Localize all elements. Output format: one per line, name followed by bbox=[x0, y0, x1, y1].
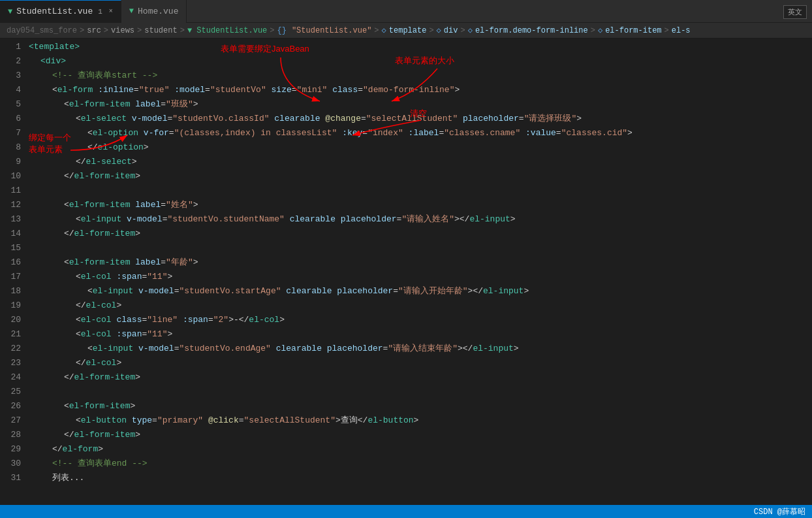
line-number-3: 3 bbox=[0, 69, 21, 83]
code-line-27: <el-button type="primary" @click="select… bbox=[29, 413, 812, 428]
line-number-17: 17 bbox=[0, 270, 21, 284]
bc-elform: el-form.demo-form-inline bbox=[475, 26, 588, 35]
code-line-7: <el-option v-for="(classes,index) in cla… bbox=[29, 126, 812, 140]
code-line-16: <el-form-item label="年龄"> bbox=[29, 255, 812, 270]
code-line-15 bbox=[29, 241, 812, 255]
bc-views: views bbox=[111, 26, 134, 35]
code-line-20: <el-col class="line" :span="2">-</el-col… bbox=[29, 313, 812, 327]
line-number-2: 2 bbox=[0, 54, 21, 69]
code-line-4: <el-form :inline="true" :model="studentV… bbox=[29, 83, 812, 97]
line-number-24: 24 bbox=[0, 370, 21, 385]
line-number-20: 20 bbox=[0, 313, 21, 327]
line-number-11: 11 bbox=[0, 184, 21, 198]
code-line-30: <!-- 查询表单end --> bbox=[29, 457, 812, 471]
code-line-5: <el-form-item label="班级"> bbox=[29, 97, 812, 112]
code-line-21: <el-col :span="11"> bbox=[29, 327, 812, 342]
bc-div: div bbox=[444, 26, 458, 35]
line-number-13: 13 bbox=[0, 212, 21, 227]
code-line-25 bbox=[29, 385, 812, 399]
code-line-18: <el-input v-model="studentVo.startAge" c… bbox=[29, 284, 812, 299]
bc-file: ▼ StudentList.vue bbox=[187, 26, 267, 35]
bc-template: template bbox=[389, 26, 427, 35]
line-number-25: 25 bbox=[0, 385, 21, 399]
code-line-2: <div> bbox=[29, 54, 812, 69]
code-line-11 bbox=[29, 184, 812, 198]
line-number-4: 4 bbox=[0, 83, 21, 97]
code-line-31: 列表... bbox=[29, 471, 812, 485]
bc-student: student bbox=[144, 26, 177, 35]
vue-icon-2: ▼ bbox=[129, 7, 134, 16]
line-number-22: 22 bbox=[0, 342, 21, 356]
tab-badge-1: 1 bbox=[98, 8, 102, 16]
line-number-12: 12 bbox=[0, 198, 21, 212]
code-line-14: </el-form-item> bbox=[29, 227, 812, 241]
code-line-3: <!-- 查询表单start --> bbox=[29, 69, 812, 83]
bc-elform-icon: ◇ bbox=[468, 25, 473, 35]
csdn-watermark: CSDN @薛慕昭 bbox=[754, 506, 805, 517]
bc-quoted: "StudentList.vue" bbox=[292, 26, 371, 35]
line-number-9: 9 bbox=[0, 155, 21, 169]
bc-braces: {} bbox=[277, 26, 287, 35]
code-line-9: </el-select> bbox=[29, 155, 812, 169]
bc-day054: day054_sms_fore bbox=[7, 26, 77, 35]
code-line-26: <el-form-item> bbox=[29, 399, 812, 413]
bc-elformitem: el-form-item bbox=[605, 26, 661, 35]
line-numbers: 1234567891011121314151617181920212223242… bbox=[0, 39, 26, 505]
tab-close-1[interactable]: × bbox=[109, 8, 113, 15]
line-number-23: 23 bbox=[0, 356, 21, 370]
line-number-19: 19 bbox=[0, 299, 21, 313]
line-number-7: 7 bbox=[0, 126, 21, 140]
line-number-26: 26 bbox=[0, 399, 21, 413]
line-number-8: 8 bbox=[0, 140, 21, 155]
code-line-24: </el-form-item> bbox=[29, 370, 812, 385]
code-line-28: </el-form-item> bbox=[29, 428, 812, 442]
line-number-6: 6 bbox=[0, 112, 21, 126]
line-number-29: 29 bbox=[0, 442, 21, 457]
code-line-12: <el-form-item label="姓名"> bbox=[29, 198, 812, 212]
code-line-17: <el-col :span="11"> bbox=[29, 270, 812, 284]
code-line-6: <el-select v-model="studentVo.classId" c… bbox=[29, 112, 812, 126]
tab-label-2: Home.vue bbox=[138, 7, 178, 16]
tab-bar: ▼ StudentList.vue 1 × ▼ Home.vue bbox=[0, 0, 812, 23]
line-number-27: 27 bbox=[0, 413, 21, 428]
editor: 1234567891011121314151617181920212223242… bbox=[0, 39, 812, 505]
code-line-8: </el-option> bbox=[29, 140, 812, 155]
line-number-5: 5 bbox=[0, 97, 21, 112]
line-number-31: 31 bbox=[0, 471, 21, 485]
code-content[interactable]: <template><div><!-- 查询表单start --><el-for… bbox=[26, 39, 812, 505]
tab-home[interactable]: ▼ Home.vue bbox=[121, 0, 187, 23]
code-line-19: </el-col> bbox=[29, 299, 812, 313]
code-line-13: <el-input v-model="studentVo.studentName… bbox=[29, 212, 812, 227]
bc-elformitem-icon: ◇ bbox=[598, 25, 602, 35]
tab-label-1: StudentList.vue bbox=[16, 7, 93, 16]
bc-els: el-s bbox=[672, 26, 691, 35]
bc-template-icon: ◇ bbox=[382, 25, 386, 35]
code-line-1: <template> bbox=[29, 40, 812, 54]
line-number-16: 16 bbox=[0, 255, 21, 270]
line-number-15: 15 bbox=[0, 241, 21, 255]
code-line-29: </el-form> bbox=[29, 442, 812, 457]
line-number-28: 28 bbox=[0, 428, 21, 442]
watermark: 英文 bbox=[783, 5, 807, 19]
line-number-18: 18 bbox=[0, 284, 21, 299]
vue-icon-1: ▼ bbox=[8, 7, 12, 16]
line-number-21: 21 bbox=[0, 327, 21, 342]
code-line-22: <el-input v-model="studentVo.endAge" cle… bbox=[29, 342, 812, 356]
code-line-10: </el-form-item> bbox=[29, 169, 812, 184]
breadcrumb: day054_sms_fore > src > views > student … bbox=[0, 23, 812, 39]
line-number-30: 30 bbox=[0, 457, 21, 471]
status-bar: CSDN @薛慕昭 bbox=[0, 505, 812, 518]
bc-div-icon: ◇ bbox=[437, 25, 441, 35]
line-number-10: 10 bbox=[0, 169, 21, 184]
tab-studentlist[interactable]: ▼ StudentList.vue 1 × bbox=[0, 0, 121, 23]
line-number-14: 14 bbox=[0, 227, 21, 241]
bc-src: src bbox=[87, 26, 101, 35]
code-line-23: </el-col> bbox=[29, 356, 812, 370]
line-number-1: 1 bbox=[0, 40, 21, 54]
